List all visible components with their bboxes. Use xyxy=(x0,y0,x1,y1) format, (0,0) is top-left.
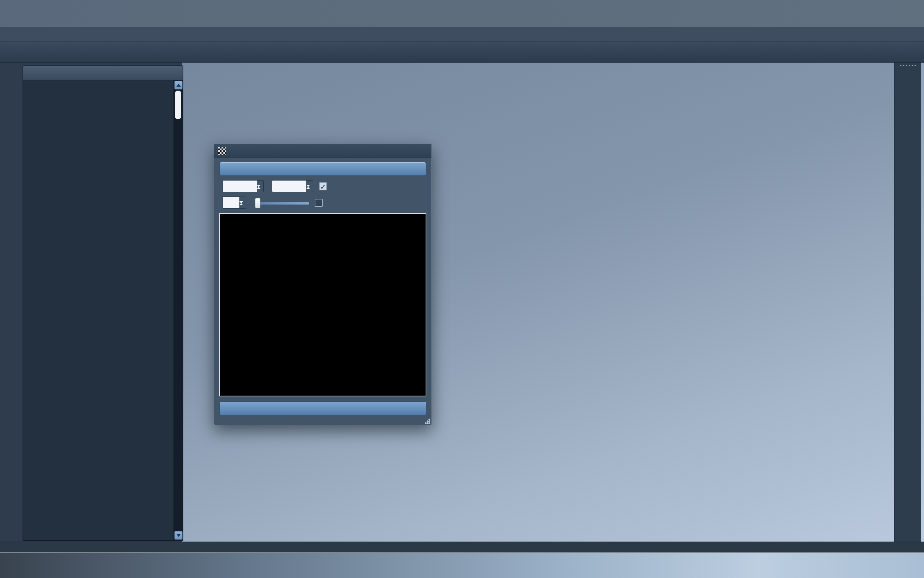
surface-size-row: ✓ xyxy=(219,180,426,192)
workspace: ✓ xyxy=(0,63,924,542)
main-toolbar xyxy=(0,42,924,63)
scroll-up-button[interactable] xyxy=(174,81,183,89)
generate-surface-button[interactable] xyxy=(219,401,426,415)
dialog-close-icon[interactable] xyxy=(419,146,428,155)
detection-row xyxy=(219,196,426,209)
dialog-lock-icon[interactable] xyxy=(407,146,416,155)
bottom-gradient-band xyxy=(0,552,924,578)
document-view-icon xyxy=(27,68,36,78)
document-view-panel xyxy=(23,65,183,541)
application-window: ✓ xyxy=(0,0,924,578)
panel-close-icon[interactable] xyxy=(170,68,179,78)
scroll-thumb[interactable] xyxy=(175,91,181,119)
constrain-checkbox[interactable]: ✓ xyxy=(319,182,327,190)
open-image-button[interactable] xyxy=(219,162,426,176)
status-bar xyxy=(0,542,924,552)
dialog-app-icon xyxy=(218,147,226,155)
scroll-down-button[interactable] xyxy=(174,531,183,540)
atom-radius-stepper[interactable] xyxy=(222,196,246,209)
right-edge-strip xyxy=(921,63,924,542)
graphene-sheet-3d[interactable] xyxy=(447,73,557,128)
edit-toolbar xyxy=(0,63,22,542)
apps-toolbar xyxy=(894,63,921,542)
resize-grip[interactable] xyxy=(425,419,430,424)
window-title-band xyxy=(0,0,924,27)
pearson-checkbox[interactable] xyxy=(315,199,323,207)
dialog-save-icon[interactable] xyxy=(395,146,404,155)
surface-height-stepper[interactable] xyxy=(272,180,313,192)
panel-lock-icon[interactable] xyxy=(157,68,166,78)
graphene-analyzer-dialog: ✓ xyxy=(214,143,432,425)
sensitivity-slider[interactable] xyxy=(255,198,309,208)
menu-bar xyxy=(0,27,924,42)
document-tree xyxy=(23,80,183,540)
surface-width-stepper[interactable] xyxy=(222,180,264,192)
stm-image[interactable] xyxy=(219,213,426,396)
dialog-titlebar[interactable] xyxy=(214,144,432,157)
tree-scrollbar[interactable] xyxy=(173,80,183,540)
document-view-header[interactable] xyxy=(23,66,183,80)
